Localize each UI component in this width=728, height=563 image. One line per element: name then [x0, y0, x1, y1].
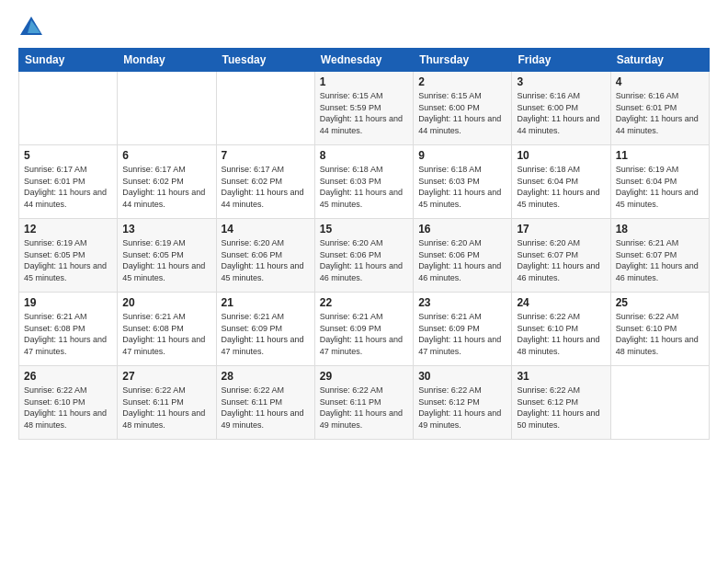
calendar-week-row: 26Sunrise: 6:22 AMSunset: 6:10 PMDayligh… [19, 366, 710, 440]
day-info: Sunrise: 6:17 AMSunset: 6:02 PMDaylight:… [122, 164, 210, 210]
logo [18, 15, 46, 40]
day-number: 30 [418, 370, 506, 383]
calendar-cell: 30Sunrise: 6:22 AMSunset: 6:12 PMDayligh… [414, 366, 512, 440]
day-number: 12 [24, 223, 112, 236]
day-number: 3 [517, 75, 605, 88]
calendar-cell: 20Sunrise: 6:21 AMSunset: 6:08 PMDayligh… [118, 293, 216, 366]
calendar-cell: 26Sunrise: 6:22 AMSunset: 6:10 PMDayligh… [19, 366, 118, 440]
weekday-header-thursday: Thursday [414, 49, 512, 72]
calendar-cell: 18Sunrise: 6:21 AMSunset: 6:07 PMDayligh… [610, 219, 709, 293]
calendar-cell [216, 72, 314, 145]
calendar-cell: 6Sunrise: 6:17 AMSunset: 6:02 PMDaylight… [118, 145, 216, 219]
calendar-cell: 11Sunrise: 6:19 AMSunset: 6:04 PMDayligh… [610, 145, 709, 219]
day-number: 1 [320, 75, 408, 88]
calendar-cell: 19Sunrise: 6:21 AMSunset: 6:08 PMDayligh… [19, 293, 118, 366]
day-info: Sunrise: 6:22 AMSunset: 6:10 PMDaylight:… [616, 311, 704, 357]
calendar-cell: 5Sunrise: 6:17 AMSunset: 6:01 PMDaylight… [19, 145, 118, 219]
day-number: 8 [320, 149, 408, 162]
day-number: 21 [222, 296, 310, 309]
day-number: 11 [616, 149, 704, 162]
day-info: Sunrise: 6:21 AMSunset: 6:08 PMDaylight:… [122, 311, 210, 357]
weekday-header-monday: Monday [118, 49, 216, 72]
day-number: 26 [24, 370, 112, 383]
day-info: Sunrise: 6:22 AMSunset: 6:12 PMDaylight:… [418, 385, 506, 431]
day-info: Sunrise: 6:21 AMSunset: 6:09 PMDaylight:… [222, 311, 310, 357]
calendar-cell: 1Sunrise: 6:15 AMSunset: 5:59 PMDaylight… [314, 72, 413, 145]
day-number: 31 [517, 370, 605, 383]
calendar-cell: 28Sunrise: 6:22 AMSunset: 6:11 PMDayligh… [216, 366, 314, 440]
day-number: 13 [122, 223, 210, 236]
day-number: 27 [122, 370, 210, 383]
day-number: 16 [418, 223, 506, 236]
day-number: 29 [320, 370, 408, 383]
day-number: 23 [418, 296, 506, 309]
calendar-cell: 13Sunrise: 6:19 AMSunset: 6:05 PMDayligh… [118, 219, 216, 293]
day-info: Sunrise: 6:16 AMSunset: 6:00 PMDaylight:… [517, 90, 605, 136]
calendar-cell: 24Sunrise: 6:22 AMSunset: 6:10 PMDayligh… [512, 293, 610, 366]
day-info: Sunrise: 6:20 AMSunset: 6:06 PMDaylight:… [418, 237, 506, 283]
calendar-cell: 9Sunrise: 6:18 AMSunset: 6:03 PMDaylight… [414, 145, 512, 219]
day-number: 18 [616, 223, 704, 236]
day-info: Sunrise: 6:22 AMSunset: 6:11 PMDaylight:… [122, 385, 210, 431]
day-number: 20 [122, 296, 210, 309]
calendar-cell: 15Sunrise: 6:20 AMSunset: 6:06 PMDayligh… [314, 219, 413, 293]
day-number: 17 [517, 223, 605, 236]
calendar-cell: 3Sunrise: 6:16 AMSunset: 6:00 PMDaylight… [512, 72, 610, 145]
day-info: Sunrise: 6:22 AMSunset: 6:12 PMDaylight:… [517, 385, 605, 431]
day-number: 24 [517, 296, 605, 309]
calendar-cell: 12Sunrise: 6:19 AMSunset: 6:05 PMDayligh… [19, 219, 118, 293]
calendar-cell: 16Sunrise: 6:20 AMSunset: 6:06 PMDayligh… [414, 219, 512, 293]
calendar-cell: 22Sunrise: 6:21 AMSunset: 6:09 PMDayligh… [314, 293, 413, 366]
day-number: 28 [222, 370, 310, 383]
day-number: 22 [320, 296, 408, 309]
day-number: 4 [616, 75, 704, 88]
day-number: 10 [517, 149, 605, 162]
day-info: Sunrise: 6:20 AMSunset: 6:06 PMDaylight:… [320, 237, 408, 283]
calendar-cell [118, 72, 216, 145]
day-info: Sunrise: 6:17 AMSunset: 6:01 PMDaylight:… [24, 164, 112, 210]
calendar-cell [610, 366, 709, 440]
calendar-week-row: 19Sunrise: 6:21 AMSunset: 6:08 PMDayligh… [19, 293, 710, 366]
calendar-cell: 21Sunrise: 6:21 AMSunset: 6:09 PMDayligh… [216, 293, 314, 366]
day-info: Sunrise: 6:22 AMSunset: 6:11 PMDaylight:… [222, 385, 310, 431]
weekday-header-friday: Friday [512, 49, 610, 72]
logo-icon [18, 15, 44, 40]
day-info: Sunrise: 6:21 AMSunset: 6:07 PMDaylight:… [616, 237, 704, 283]
day-info: Sunrise: 6:22 AMSunset: 6:10 PMDaylight:… [24, 385, 112, 431]
weekday-header-tuesday: Tuesday [216, 49, 314, 72]
day-number: 14 [222, 223, 310, 236]
day-info: Sunrise: 6:15 AMSunset: 5:59 PMDaylight:… [320, 90, 408, 136]
calendar-cell: 14Sunrise: 6:20 AMSunset: 6:06 PMDayligh… [216, 219, 314, 293]
weekday-header-sunday: Sunday [19, 49, 118, 72]
day-number: 5 [24, 149, 112, 162]
header [18, 15, 710, 40]
day-number: 6 [122, 149, 210, 162]
calendar-week-row: 1Sunrise: 6:15 AMSunset: 5:59 PMDaylight… [19, 72, 710, 145]
calendar-week-row: 5Sunrise: 6:17 AMSunset: 6:01 PMDaylight… [19, 145, 710, 219]
day-info: Sunrise: 6:21 AMSunset: 6:08 PMDaylight:… [24, 311, 112, 357]
day-info: Sunrise: 6:18 AMSunset: 6:03 PMDaylight:… [418, 164, 506, 210]
day-info: Sunrise: 6:18 AMSunset: 6:03 PMDaylight:… [320, 164, 408, 210]
page: SundayMondayTuesdayWednesdayThursdayFrid… [0, 0, 728, 563]
calendar-header-row: SundayMondayTuesdayWednesdayThursdayFrid… [19, 49, 710, 72]
day-info: Sunrise: 6:19 AMSunset: 6:05 PMDaylight:… [122, 237, 210, 283]
calendar-cell: 4Sunrise: 6:16 AMSunset: 6:01 PMDaylight… [610, 72, 709, 145]
day-number: 7 [222, 149, 310, 162]
calendar-table: SundayMondayTuesdayWednesdayThursdayFrid… [18, 48, 710, 440]
day-info: Sunrise: 6:22 AMSunset: 6:10 PMDaylight:… [517, 311, 605, 357]
day-info: Sunrise: 6:21 AMSunset: 6:09 PMDaylight:… [418, 311, 506, 357]
day-number: 2 [418, 75, 506, 88]
calendar-cell [19, 72, 118, 145]
day-number: 9 [418, 149, 506, 162]
day-number: 19 [24, 296, 112, 309]
day-info: Sunrise: 6:17 AMSunset: 6:02 PMDaylight:… [222, 164, 310, 210]
day-info: Sunrise: 6:20 AMSunset: 6:07 PMDaylight:… [517, 237, 605, 283]
calendar-cell: 31Sunrise: 6:22 AMSunset: 6:12 PMDayligh… [512, 366, 610, 440]
calendar-cell: 10Sunrise: 6:18 AMSunset: 6:04 PMDayligh… [512, 145, 610, 219]
day-info: Sunrise: 6:20 AMSunset: 6:06 PMDaylight:… [222, 237, 310, 283]
day-info: Sunrise: 6:19 AMSunset: 6:05 PMDaylight:… [24, 237, 112, 283]
day-number: 15 [320, 223, 408, 236]
calendar-cell: 27Sunrise: 6:22 AMSunset: 6:11 PMDayligh… [118, 366, 216, 440]
day-info: Sunrise: 6:22 AMSunset: 6:11 PMDaylight:… [320, 385, 408, 431]
calendar-cell: 23Sunrise: 6:21 AMSunset: 6:09 PMDayligh… [414, 293, 512, 366]
